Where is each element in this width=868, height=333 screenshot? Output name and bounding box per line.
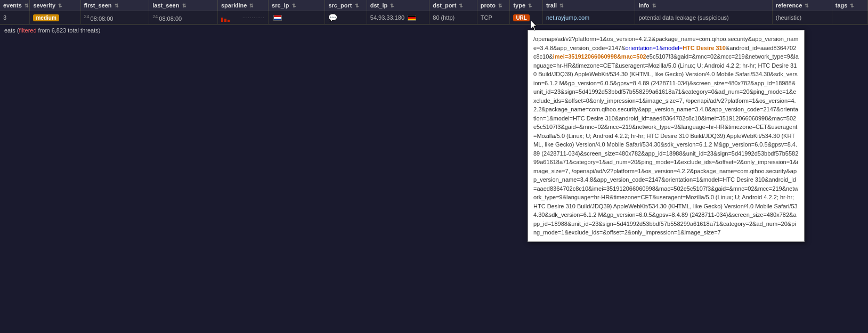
col-label-dst-port: dst_port [433, 2, 456, 9]
table-row[interactable]: 3 medium 2408:08:00 2408:08:00 [0, 11, 868, 25]
sort-icon-src-ip: ⇅ [292, 3, 296, 9]
svg-rect-0 [221, 18, 223, 22]
trail-value[interactable]: net.rayjump.com [546, 14, 589, 21]
col-header-sparkline[interactable]: sparkline ⇅ [217, 0, 268, 11]
trail-tooltip: /openapi/ad/v2?platform=1&os_version=4.2… [528, 30, 805, 36]
cell-first-seen: 2408:08:00 [80, 11, 149, 25]
sort-icon-reference: ⇅ [805, 3, 809, 9]
sort-icon-trail: ⇅ [559, 3, 564, 9]
sort-icon-first-seen: ⇅ [115, 3, 119, 9]
cell-proto: TCP [477, 11, 510, 25]
col-header-tags[interactable]: tags ⇅ [832, 0, 867, 11]
col-label-last-seen: last_seen [152, 2, 179, 9]
col-label-trail: trail [546, 2, 557, 9]
cell-events: 3 [0, 11, 30, 25]
col-header-info[interactable]: info ⇅ [635, 0, 772, 11]
last-seen-time: 08:08:00 [159, 15, 182, 21]
sort-icon-tags: ⇅ [850, 3, 854, 9]
sort-icon-dst-port: ⇅ [459, 3, 463, 9]
col-label-events: events [3, 2, 22, 9]
col-header-trail[interactable]: trail ⇅ [542, 0, 635, 11]
col-header-src-port[interactable]: src_port ⇅ [325, 0, 367, 11]
col-label-proto: proto [481, 2, 496, 9]
col-header-type[interactable]: type ⇅ [510, 0, 543, 11]
sort-icon-info: ⇅ [652, 3, 656, 9]
cell-trail[interactable]: net.rayjump.com [542, 11, 635, 25]
sort-icon-last-seen: ⇅ [182, 3, 186, 9]
col-label-sparkline: sparkline [221, 2, 247, 9]
col-label-severity: severity [33, 2, 55, 9]
col-label-dst-ip: dst_ip [370, 2, 387, 9]
cell-src-port: 💬 [325, 11, 367, 25]
filtered-text: filtered [19, 27, 37, 34]
first-seen-time: 08:08:00 [91, 15, 113, 21]
cell-sparkline: ············ [217, 11, 268, 25]
col-header-events[interactable]: events ⇅ [0, 0, 30, 11]
sort-icon-proto: ⇅ [498, 3, 502, 9]
sort-icon-events: ⇅ [25, 3, 29, 9]
sparkline-container: ············ [221, 13, 265, 22]
col-header-first-seen[interactable]: first_seen ⇅ [80, 0, 149, 11]
cell-tags [832, 11, 867, 25]
col-label-tags: tags [835, 2, 848, 9]
sort-icon-src-port: ⇅ [355, 3, 359, 9]
svg-rect-1 [224, 19, 226, 22]
dst-ip-flag [408, 15, 416, 21]
col-header-dst-ip[interactable]: dst_ip ⇅ [367, 0, 429, 11]
status-text-prefix: eats ( [4, 27, 19, 34]
sort-icon-sparkline: ⇅ [249, 3, 254, 9]
col-header-last-seen[interactable]: last_seen ⇅ [149, 0, 218, 11]
col-header-dst-port[interactable]: dst_port ⇅ [429, 0, 477, 11]
cell-type: URL [510, 11, 543, 25]
cell-reference: (heuristic) [772, 11, 832, 25]
col-label-info: info [638, 2, 649, 9]
severity-badge: medium [33, 14, 59, 21]
threats-table-wrapper: events ⇅ severity ⇅ first_seen ⇅ last_se… [0, 0, 868, 25]
sort-icon-type: ⇅ [528, 3, 532, 9]
first-seen-day: 24 [84, 14, 90, 19]
last-seen-day: 24 [152, 14, 158, 19]
cell-dst-port: 80 (http) [429, 11, 477, 25]
cell-info: potential data leakage (suspicious) [635, 11, 772, 25]
svg-rect-2 [228, 20, 230, 22]
table-header-row: events ⇅ severity ⇅ first_seen ⇅ last_se… [0, 0, 868, 11]
sort-icon-dst-ip: ⇅ [390, 3, 394, 9]
col-header-reference[interactable]: reference ⇅ [772, 0, 832, 11]
cell-severity: medium [30, 11, 80, 25]
col-header-src-ip[interactable]: src_ip ⇅ [269, 0, 325, 11]
cell-last-seen: 2408:08:00 [149, 11, 218, 25]
cell-dst-ip: 54.93.33.180 [367, 11, 429, 25]
col-label-type: type [513, 2, 525, 9]
col-label-first-seen: first_seen [84, 2, 112, 9]
dst-ip-value: 54.93.33.180 [370, 14, 404, 21]
status-text-suffix: from 6,823 total threats) [37, 27, 101, 34]
col-header-proto[interactable]: proto ⇅ [477, 0, 510, 11]
col-label-src-ip: src_ip [272, 2, 289, 9]
col-label-reference: reference [776, 2, 802, 9]
threats-table: events ⇅ severity ⇅ first_seen ⇅ last_se… [0, 0, 868, 25]
col-label-src-port: src_port [328, 2, 352, 9]
col-header-severity[interactable]: severity ⇅ [30, 0, 80, 11]
sparkline-dots: ············ [242, 15, 265, 20]
type-badge: URL [513, 14, 530, 21]
cell-src-ip [269, 11, 325, 25]
src-ip-flag-hr [273, 15, 282, 21]
sparkline-chart [221, 13, 241, 22]
sort-icon-severity: ⇅ [58, 3, 62, 9]
chat-bubble-icon: 💬 [328, 13, 337, 22]
